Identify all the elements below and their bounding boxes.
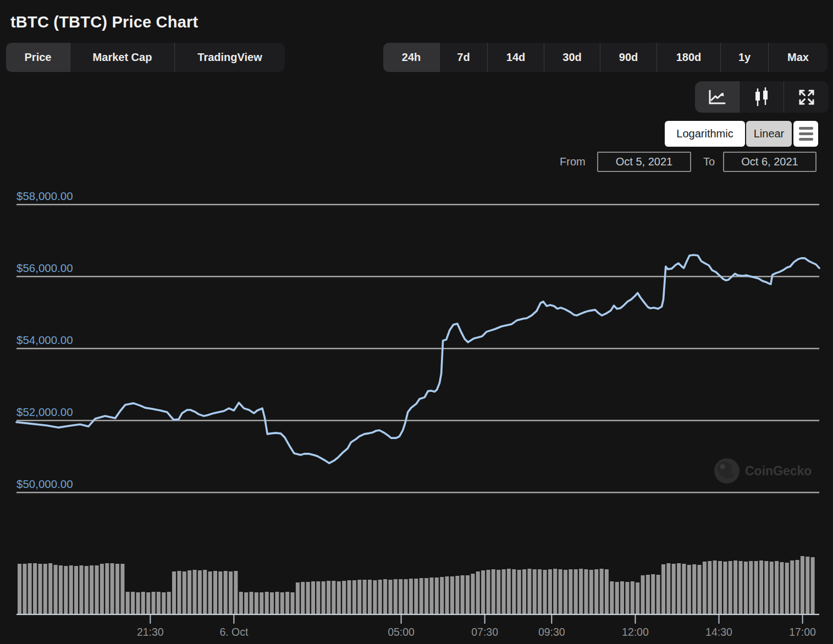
linear-button[interactable]: Linear — [746, 121, 792, 147]
volume-bar — [429, 578, 433, 614]
volume-bar — [497, 570, 500, 614]
range-max[interactable]: Max — [769, 43, 828, 72]
price-chart[interactable]: $58,000.00$56,000.00$54,000.00$52,000.00… — [0, 181, 833, 644]
range-30d[interactable]: 30d — [544, 43, 600, 72]
x-axis-label: 07:30 — [471, 626, 498, 638]
volume-bar — [64, 566, 68, 614]
volume-bar — [666, 563, 670, 614]
volume-bar — [796, 560, 799, 614]
volume-bar — [646, 575, 650, 614]
volume-bar — [54, 565, 58, 614]
volume-bar — [265, 592, 269, 614]
volume-bar — [481, 570, 485, 614]
x-axis-label: 17:00 — [789, 626, 816, 638]
volume-bar — [538, 569, 542, 614]
tab-price[interactable]: Price — [6, 43, 70, 72]
volume-bar — [239, 592, 243, 614]
volume-bar — [589, 570, 593, 614]
volume-bar — [311, 581, 315, 614]
volume-bar — [383, 579, 387, 614]
volume-bar — [564, 570, 567, 614]
volume-bar — [749, 561, 753, 614]
line-chart-view-button[interactable] — [695, 81, 740, 113]
volume-bar — [775, 561, 779, 614]
logarithmic-button[interactable]: Logarithmic — [665, 121, 745, 147]
chart-tabs: Price Market Cap TradingView — [6, 43, 285, 72]
x-axis-label: 05:00 — [388, 626, 415, 638]
volume-bar — [579, 569, 583, 614]
candlestick-view-button[interactable] — [740, 81, 784, 113]
volume-bar — [357, 580, 361, 614]
x-axis-label: 12:00 — [622, 626, 649, 638]
volume-bar — [337, 581, 341, 614]
volume-bar — [527, 569, 531, 614]
volume-bar — [677, 563, 681, 614]
volume-bar — [79, 565, 83, 614]
volume-bar — [553, 569, 557, 614]
volume-bar — [409, 579, 413, 614]
volume-bar — [126, 592, 130, 614]
volume-bar — [105, 563, 109, 614]
volume-bar — [59, 565, 63, 614]
from-date-input[interactable] — [597, 152, 691, 172]
volume-bar — [316, 581, 320, 614]
volume-bar — [291, 592, 295, 614]
volume-bar — [780, 562, 784, 614]
volume-bar — [764, 561, 768, 614]
volume-bar — [270, 592, 274, 614]
volume-bar — [275, 592, 279, 614]
watermark-text: CoinGecko — [745, 464, 812, 478]
volume-bar — [322, 581, 326, 614]
volume-bar — [718, 561, 722, 614]
tab-market-cap[interactable]: Market Cap — [70, 43, 175, 72]
volume-bar — [187, 570, 191, 614]
volume-bar — [806, 557, 809, 614]
volume-bar — [141, 592, 145, 614]
volume-bar — [672, 564, 676, 614]
volume-bar — [543, 570, 547, 614]
volume-bar — [455, 576, 459, 614]
range-1y[interactable]: 1y — [721, 43, 769, 72]
range-7d[interactable]: 7d — [440, 43, 488, 72]
from-label: From — [560, 156, 586, 168]
chart-menu-button[interactable] — [793, 121, 818, 147]
range-180d[interactable]: 180d — [657, 43, 721, 72]
volume-bar — [69, 565, 73, 614]
to-date-input[interactable] — [723, 152, 817, 172]
volume-bar — [136, 592, 140, 614]
volume-bar — [255, 592, 258, 614]
volume-bar — [739, 561, 743, 614]
volume-bar — [198, 570, 202, 614]
volume-bar — [146, 592, 150, 614]
volume-bar — [811, 557, 815, 614]
tab-tradingview[interactable]: TradingView — [175, 43, 285, 72]
x-axis-label: 09:30 — [538, 626, 565, 638]
volume-bar — [213, 571, 217, 614]
range-14d[interactable]: 14d — [488, 43, 544, 72]
volume-bar — [327, 581, 330, 614]
fullscreen-button[interactable] — [784, 81, 829, 113]
volume-bar — [347, 580, 351, 614]
volume-bar — [435, 578, 439, 614]
volume-bar — [682, 564, 686, 614]
volume-bar — [285, 592, 289, 614]
coingecko-gecko-eye — [720, 464, 725, 469]
volume-bar — [224, 571, 228, 614]
volume-bar — [713, 560, 717, 614]
volume-bar — [332, 581, 335, 614]
to-label: To — [703, 156, 715, 168]
volume-bar — [115, 564, 119, 614]
volume-bar — [445, 576, 449, 614]
price-line — [16, 255, 819, 463]
volume-bar — [770, 562, 774, 614]
volume-bar — [100, 564, 104, 614]
volume-bar — [548, 569, 552, 614]
range-90d[interactable]: 90d — [600, 43, 657, 72]
volume-bar — [414, 579, 418, 614]
range-24h[interactable]: 24h — [383, 43, 440, 72]
volume-bar — [641, 575, 645, 614]
x-axis-label: 14:30 — [705, 626, 732, 638]
volume-bar — [193, 570, 197, 614]
volume-bar — [620, 581, 624, 614]
menu-icon — [799, 127, 813, 141]
